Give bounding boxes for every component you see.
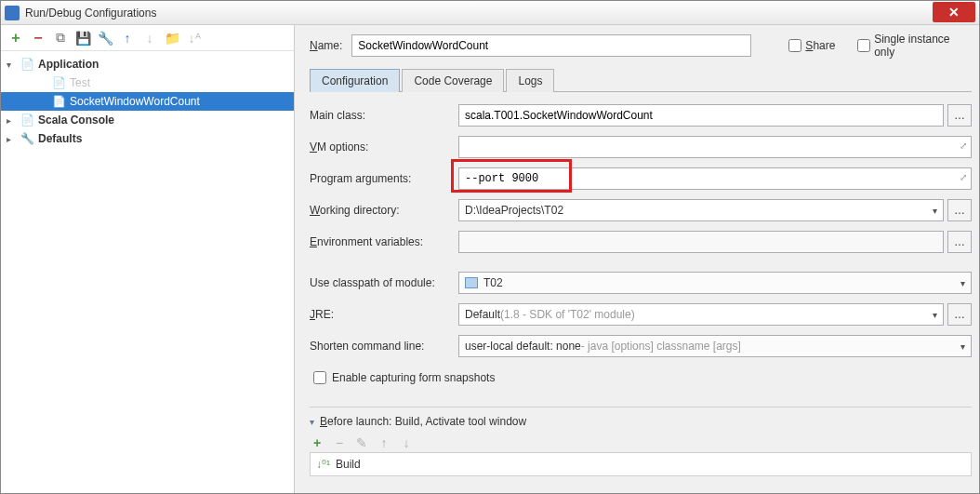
tree-label: Scala Console <box>38 113 114 127</box>
add-config-button[interactable]: + <box>7 29 25 47</box>
tree-node-application[interactable]: ▾ 📄 Application <box>1 55 294 73</box>
classpath-select[interactable]: T02 ▾ <box>458 272 972 294</box>
tree-label: Test <box>70 76 90 89</box>
snapshot-checkbox[interactable] <box>313 371 326 384</box>
tab-configuration[interactable]: Configuration <box>310 69 400 92</box>
env-vars-label: Environment variables: <box>310 235 458 248</box>
row-main-class: Main class: … <box>310 103 972 127</box>
build-icon: ↓⁰¹ <box>316 458 330 471</box>
tree-node-scala-console[interactable]: ▸ 📄 Scala Console <box>1 111 294 129</box>
jre-hint: (1.8 - SDK of 'T02' module) <box>500 308 635 321</box>
expand-icon: ▾ <box>7 60 20 70</box>
tab-logs[interactable]: Logs <box>506 69 554 92</box>
before-launch-header[interactable]: ▾ Before launch: Build, Activate tool wi… <box>310 415 972 428</box>
expand-icon[interactable]: ⤢ <box>960 172 967 182</box>
browse-main-class-button[interactable]: … <box>947 104 972 127</box>
before-launch-toolbar: + − ✎ ↑ ↓ <box>310 434 972 452</box>
vm-options-label: VM options: <box>310 140 458 154</box>
classpath-value: T02 <box>483 276 503 289</box>
share-checkbox[interactable] <box>788 39 801 52</box>
browse-working-dir-button[interactable]: … <box>947 199 972 221</box>
close-button[interactable]: ✕ <box>933 2 975 22</box>
row-working-dir: Working directory: D:\IdeaProjects\T02 ▾… <box>310 198 972 222</box>
task-up-button[interactable]: ↑ <box>377 435 391 450</box>
task-down-button[interactable]: ↓ <box>399 435 414 450</box>
shorten-select[interactable]: user-local default: none - java [options… <box>458 335 972 357</box>
row-snapshot: Enable capturing form snapshots <box>310 366 972 390</box>
share-checkbox-row: Share <box>788 39 835 52</box>
tree-label: SocketWindowWordCount <box>70 95 200 108</box>
remove-config-button[interactable]: − <box>29 29 47 47</box>
copy-config-button[interactable]: ⧉ <box>51 29 70 47</box>
browse-jre-button[interactable]: … <box>947 303 972 326</box>
row-shorten: Shorten command line: user-local default… <box>310 334 972 358</box>
settings-button[interactable]: 🔧 <box>96 29 114 47</box>
classpath-label: Use classpath of module: <box>310 276 458 289</box>
main-class-label: Main class: <box>310 109 458 122</box>
folder-button[interactable]: 📁 <box>163 29 181 47</box>
shorten-hint: - java [options] classname [args] <box>581 340 741 353</box>
titlebar: Run/Debug Configurations ✕ <box>1 1 979 25</box>
row-env-vars: Environment variables: … <box>310 230 972 254</box>
dialog-window: Run/Debug Configurations ✕ + − ⧉ 💾 🔧 ↑ ↓… <box>0 0 980 494</box>
name-input[interactable] <box>351 34 751 57</box>
env-vars-input[interactable] <box>458 231 944 253</box>
left-pane: + − ⧉ 💾 🔧 ↑ ↓ 📁 ↓ᴬ ▾ 📄 Application 📄 <box>1 25 295 493</box>
jre-label: JRE: <box>310 308 458 321</box>
tree-node-test[interactable]: 📄 Test <box>1 73 294 92</box>
config-icon: 📄 <box>51 95 66 108</box>
program-args-input[interactable]: ⤢ <box>458 167 972 190</box>
shorten-value: user-local default: none <box>465 340 581 353</box>
add-task-button[interactable]: + <box>310 435 324 450</box>
task-list[interactable]: ↓⁰¹ Build <box>310 452 972 476</box>
config-icon: 📄 <box>51 76 66 89</box>
program-args-label: Program arguments: <box>310 172 458 185</box>
form-area: Main class: … VM options: ⤢ Program argu… <box>310 92 972 493</box>
module-icon <box>465 277 478 288</box>
row-vm-options: VM options: ⤢ <box>310 135 972 159</box>
working-dir-input[interactable]: D:\IdeaProjects\T02 ▾ <box>458 199 944 221</box>
expand-icon[interactable]: ⤢ <box>960 140 967 151</box>
expand-icon: ▸ <box>7 134 20 144</box>
share-label: Share <box>805 39 835 52</box>
working-dir-label: Working directory: <box>310 204 458 217</box>
single-instance-checkbox[interactable] <box>857 39 870 52</box>
snapshot-label: Enable capturing form snapshots <box>332 371 495 384</box>
body: + − ⧉ 💾 🔧 ↑ ↓ 📁 ↓ᴬ ▾ 📄 Application 📄 <box>1 25 979 493</box>
window-title: Run/Debug Configurations <box>25 7 156 20</box>
chevron-down-icon: ▾ <box>933 310 937 320</box>
remove-task-button[interactable]: − <box>332 435 347 450</box>
right-pane: Name: Share Single instance only Configu… <box>295 25 979 493</box>
save-config-button[interactable]: 💾 <box>73 29 92 47</box>
expand-icon: ▸ <box>7 115 20 126</box>
row-classpath: Use classpath of module: T02 ▾ <box>310 271 972 295</box>
sort-button[interactable]: ↓ᴬ <box>185 29 204 47</box>
collapse-icon: ▾ <box>310 417 314 427</box>
name-label: Name: <box>310 39 342 52</box>
tabs: Configuration Code Coverage Logs <box>310 68 972 92</box>
tree-label: Application <box>38 58 99 71</box>
shorten-label: Shorten command line: <box>310 340 458 353</box>
config-toolbar: + − ⧉ 💾 🔧 ↑ ↓ 📁 ↓ᴬ <box>1 25 294 51</box>
chevron-down-icon: ▾ <box>933 206 937 216</box>
jre-value: Default <box>465 308 500 321</box>
before-launch-label: Before launch: Build, Activate tool wind… <box>320 415 526 428</box>
tree-node-swwc[interactable]: 📄 SocketWindowWordCount <box>1 92 294 111</box>
tree-label: Defaults <box>38 132 82 145</box>
task-label: Build <box>336 458 361 471</box>
row-program-args: Program arguments: ⤢ <box>310 167 972 191</box>
single-instance-label: Single instance only <box>874 33 972 59</box>
scala-icon: 📄 <box>20 113 34 127</box>
tree-node-defaults[interactable]: ▸ 🔧 Defaults <box>1 129 294 148</box>
jre-select[interactable]: Default (1.8 - SDK of 'T02' module) ▾ <box>458 303 944 326</box>
single-instance-row: Single instance only <box>857 33 972 59</box>
tab-code-coverage[interactable]: Code Coverage <box>402 69 504 92</box>
working-dir-value: D:\IdeaProjects\T02 <box>465 204 563 217</box>
row-jre: JRE: Default (1.8 - SDK of 'T02' module)… <box>310 302 972 327</box>
edit-task-button[interactable]: ✎ <box>354 435 369 450</box>
vm-options-input[interactable]: ⤢ <box>458 136 972 158</box>
main-class-input[interactable] <box>458 104 944 127</box>
move-up-button[interactable]: ↑ <box>118 29 137 47</box>
browse-env-button[interactable]: … <box>947 231 972 253</box>
move-down-button[interactable]: ↓ <box>140 29 159 47</box>
